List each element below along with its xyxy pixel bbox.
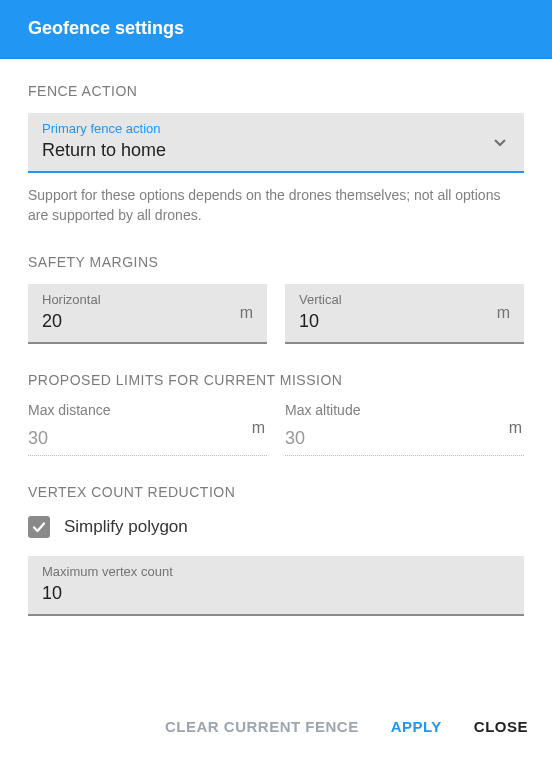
safety-margins-section-label: SAFETY MARGINS — [28, 254, 524, 270]
apply-button[interactable]: APPLY — [389, 712, 444, 741]
fence-action-helper: Support for these options depends on the… — [28, 185, 524, 226]
vertical-margin-value: 10 — [299, 311, 510, 332]
max-vertex-count-label: Maximum vertex count — [42, 564, 510, 579]
check-icon — [31, 519, 47, 535]
dialog-header: Geofence settings — [0, 0, 552, 59]
max-vertex-count-input[interactable]: Maximum vertex count 10 — [28, 556, 524, 616]
horizontal-margin-unit: m — [240, 304, 253, 322]
simplify-polygon-label: Simplify polygon — [64, 517, 188, 537]
max-altitude-unit: m — [509, 419, 522, 437]
primary-fence-action-value: Return to home — [42, 140, 510, 161]
close-button[interactable]: CLOSE — [472, 712, 530, 741]
max-distance-unit: m — [252, 419, 265, 437]
primary-fence-action-select[interactable]: Primary fence action Return to home — [28, 113, 524, 173]
max-distance-input[interactable]: Max distance 30 m — [28, 402, 267, 456]
horizontal-margin-label: Horizontal — [42, 292, 253, 307]
dialog-title: Geofence settings — [28, 18, 184, 38]
vertical-margin-input[interactable]: Vertical 10 m — [285, 284, 524, 344]
fence-action-section-label: FENCE ACTION — [28, 83, 524, 99]
chevron-down-icon — [494, 133, 506, 151]
primary-fence-action-label: Primary fence action — [42, 121, 510, 136]
clear-current-fence-button[interactable]: CLEAR CURRENT FENCE — [163, 712, 361, 741]
max-distance-value: 30 — [28, 428, 267, 449]
max-vertex-count-value: 10 — [42, 583, 510, 604]
dialog-content: FENCE ACTION Primary fence action Return… — [0, 59, 552, 616]
simplify-polygon-checkbox[interactable] — [28, 516, 50, 538]
max-altitude-input[interactable]: Max altitude 30 m — [285, 402, 524, 456]
horizontal-margin-value: 20 — [42, 311, 253, 332]
max-altitude-value: 30 — [285, 428, 524, 449]
max-distance-label: Max distance — [28, 402, 267, 418]
proposed-limits-section-label: PROPOSED LIMITS FOR CURRENT MISSION — [28, 372, 524, 388]
vertical-margin-unit: m — [497, 304, 510, 322]
dialog-actions: CLEAR CURRENT FENCE APPLY CLOSE — [0, 694, 552, 759]
vertex-reduction-section-label: VERTEX COUNT REDUCTION — [28, 484, 524, 500]
horizontal-margin-input[interactable]: Horizontal 20 m — [28, 284, 267, 344]
max-altitude-label: Max altitude — [285, 402, 524, 418]
vertical-margin-label: Vertical — [299, 292, 510, 307]
